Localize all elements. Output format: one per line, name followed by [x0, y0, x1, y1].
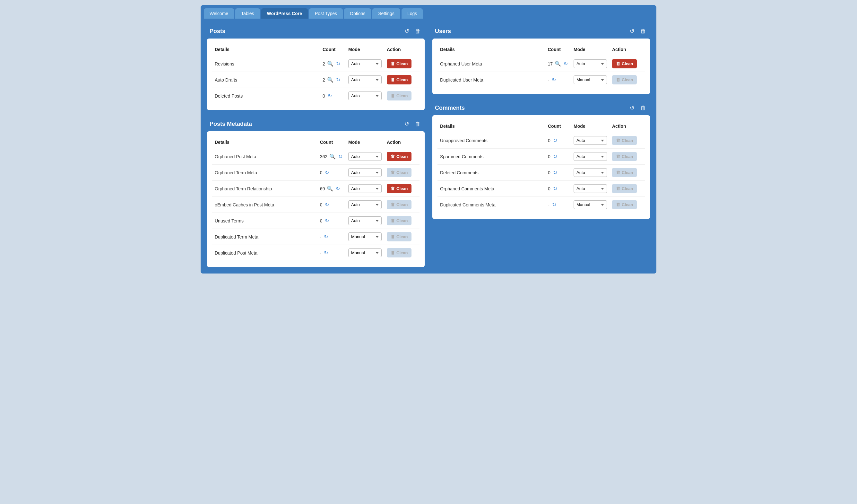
row-mode: AutoManual: [571, 133, 609, 149]
posts-metadata-title: Posts Metadata: [209, 121, 252, 128]
tab-tables[interactable]: Tables: [235, 9, 260, 19]
row-mode: AutoManual: [346, 72, 384, 88]
row-refresh-button[interactable]: ↻: [552, 169, 558, 175]
clean-label: Clean: [622, 138, 633, 143]
row-detail: Deleted Comments: [437, 165, 545, 181]
table-row: Deleted Comments0↻AutoManual🗑Clean: [437, 165, 645, 181]
mode-select[interactable]: AutoManual: [574, 184, 607, 193]
row-refresh-button[interactable]: ↻: [327, 93, 333, 99]
comments-title: Comments: [435, 105, 465, 112]
mode-select[interactable]: AutoManual: [348, 216, 382, 225]
row-refresh-button[interactable]: ↻: [335, 61, 341, 67]
count-value: 2: [323, 61, 325, 66]
mode-select[interactable]: AutoManual: [574, 168, 607, 177]
mode-select[interactable]: AutoManual: [348, 249, 382, 257]
mode-select[interactable]: AutoManual: [348, 75, 382, 84]
mode-select[interactable]: AutoManual: [574, 200, 607, 209]
comments-header: Comments ↺ 🗑: [431, 100, 651, 115]
row-refresh-button[interactable]: ↻: [552, 153, 558, 159]
mode-select[interactable]: AutoManual: [348, 91, 382, 100]
mode-select[interactable]: AutoManual: [348, 232, 382, 241]
clean-button[interactable]: 🗑Clean: [387, 152, 411, 161]
row-refresh-button[interactable]: ↻: [324, 202, 330, 208]
users-header: Users ↺ 🗑: [431, 24, 651, 38]
trash-icon: 🗑: [391, 61, 395, 66]
mode-select[interactable]: AutoManual: [574, 136, 607, 145]
row-refresh-button[interactable]: ↻: [551, 77, 557, 83]
row-detail: Duplicated Comments Meta: [437, 197, 545, 213]
posts-col-mode: Mode: [346, 45, 384, 56]
row-refresh-button[interactable]: ↻: [335, 77, 341, 83]
analysis-icon: 🔍: [555, 61, 561, 67]
comments-col-action: Action: [609, 122, 645, 133]
tab-wordpress-core[interactable]: WordPress Core: [261, 9, 308, 19]
clean-button[interactable]: 🗑Clean: [387, 184, 411, 193]
clean-button[interactable]: 🗑Clean: [612, 59, 637, 68]
trash-icon: 🗑: [616, 138, 620, 143]
users-col-count: Count: [545, 45, 571, 56]
row-detail: Auto Drafts: [212, 72, 320, 88]
row-count: 0↻: [545, 181, 571, 197]
row-count: -↻: [317, 229, 346, 245]
clean-button[interactable]: 🗑Clean: [387, 75, 411, 84]
table-row: Orphaned Term Meta0↻AutoManual🗑Clean: [212, 165, 420, 181]
row-refresh-button[interactable]: ↻: [323, 234, 329, 240]
users-header-icons: ↺ 🗑: [628, 27, 648, 35]
mode-select[interactable]: AutoManual: [574, 60, 607, 68]
row-count: 69🔍↻: [317, 181, 346, 197]
posts-metadata-table-card: Details Count Mode Action Orphaned Post …: [207, 131, 425, 267]
table-row: Orphaned Term Relationship69🔍↻AutoManual…: [212, 181, 420, 197]
mode-select[interactable]: AutoManual: [348, 60, 382, 68]
posts-delete-button[interactable]: 🗑: [414, 27, 422, 35]
users-refresh-button[interactable]: ↺: [628, 27, 636, 35]
mode-select[interactable]: AutoManual: [574, 152, 607, 161]
tab-options[interactable]: Options: [344, 9, 371, 19]
mode-select[interactable]: AutoManual: [348, 152, 382, 161]
comments-delete-button[interactable]: 🗑: [639, 104, 648, 112]
row-refresh-button[interactable]: ↻: [323, 250, 329, 256]
row-count: 0↻: [317, 197, 346, 213]
posts-col-action: Action: [384, 45, 420, 56]
users-delete-button[interactable]: 🗑: [639, 27, 648, 35]
row-refresh-button[interactable]: ↻: [552, 186, 558, 192]
users-table: Details Count Mode Action Orphaned User …: [437, 45, 645, 88]
row-detail: Revisions: [212, 56, 320, 72]
trash-icon: 🗑: [391, 154, 395, 159]
row-refresh-button[interactable]: ↻: [563, 61, 569, 67]
row-action: 🗑Clean: [609, 197, 645, 213]
tab-post-types[interactable]: Post Types: [309, 9, 343, 19]
analysis-icon: 🔍: [327, 77, 334, 83]
tab-settings[interactable]: Settings: [372, 9, 400, 19]
row-refresh-button[interactable]: ↻: [324, 218, 330, 224]
row-mode: AutoManual: [571, 149, 609, 165]
tab-logs[interactable]: Logs: [402, 9, 423, 19]
mode-select[interactable]: AutoManual: [348, 200, 382, 209]
comments-refresh-button[interactable]: ↺: [628, 104, 636, 112]
row-refresh-button[interactable]: ↻: [551, 202, 557, 208]
row-mode: AutoManual: [346, 197, 384, 213]
posts-col-count: Count: [320, 45, 346, 56]
row-refresh-button[interactable]: ↻: [335, 186, 340, 192]
row-action: 🗑Clean: [609, 133, 645, 149]
clean-label: Clean: [622, 170, 633, 175]
row-detail: Duplicated User Meta: [437, 72, 545, 88]
row-mode: AutoManual: [571, 72, 609, 88]
row-refresh-button[interactable]: ↻: [324, 169, 330, 175]
clean-button[interactable]: 🗑Clean: [387, 59, 411, 68]
mode-select[interactable]: AutoManual: [348, 184, 382, 193]
pm-col-action: Action: [384, 138, 420, 149]
tab-welcome[interactable]: Welcome: [204, 9, 234, 19]
table-row: Duplicated Post Meta-↻AutoManual🗑Clean: [212, 245, 420, 261]
count-value: 0: [320, 218, 323, 223]
row-refresh-button[interactable]: ↻: [338, 153, 343, 159]
clean-button: 🗑Clean: [387, 232, 411, 241]
posts-metadata-delete-button[interactable]: 🗑: [414, 120, 422, 128]
posts-refresh-button[interactable]: ↺: [403, 27, 410, 35]
table-row: Duplicated User Meta-↻AutoManual🗑Clean: [437, 72, 645, 88]
posts-metadata-refresh-button[interactable]: ↺: [403, 120, 410, 128]
row-action: 🗑Clean: [384, 213, 420, 229]
mode-select[interactable]: AutoManual: [348, 168, 382, 177]
row-refresh-button[interactable]: ↻: [552, 137, 558, 144]
mode-select[interactable]: AutoManual: [574, 75, 607, 84]
row-count: 0↻: [545, 133, 571, 149]
